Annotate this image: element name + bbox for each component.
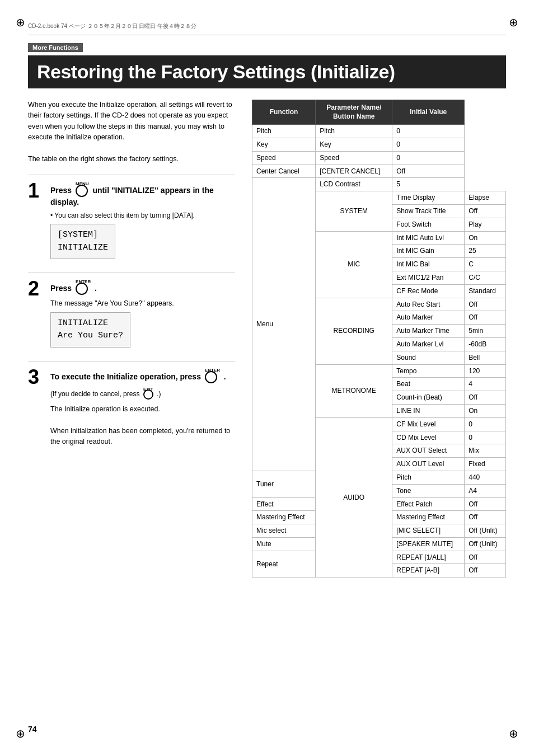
value-cell: Off xyxy=(465,391,506,405)
th-value: Initial Value xyxy=(392,100,465,125)
param-cell: Pitch xyxy=(316,125,392,138)
value-cell: Play xyxy=(465,218,506,231)
value-cell: 0 xyxy=(465,417,506,431)
value-cell: 0 xyxy=(392,151,465,165)
step-1-note: You can also select this item by turning… xyxy=(50,212,235,219)
th-param: Parameter Name/ Button Name xyxy=(316,100,392,125)
param-cell: Sound xyxy=(392,351,465,364)
left-column: When you execute the Initialize operatio… xyxy=(28,100,235,577)
param-cell: [CENTER CANCEL] xyxy=(316,165,392,178)
value-cell: 0 xyxy=(392,125,465,138)
category-cell: RECORDING xyxy=(316,298,392,364)
param-cell: Count-in (Beat) xyxy=(392,391,465,405)
function-cell: Mic select xyxy=(252,524,316,538)
value-cell: C xyxy=(465,258,506,271)
function-cell: Key xyxy=(252,138,316,151)
value-cell: On xyxy=(465,231,506,245)
function-cell: Effect xyxy=(252,497,316,511)
th-function: Function xyxy=(252,100,316,125)
category-cell: MIC xyxy=(316,231,392,298)
param-cell: CF Mix Level xyxy=(392,417,465,431)
param-cell: Speed xyxy=(316,151,392,165)
file-info: CD-2.e.book 74 ページ ２０５年２月２０日 日曜日 午後４時２８分 xyxy=(28,22,196,30)
param-cell: REPEAT [A-B] xyxy=(392,564,465,577)
param-cell: Key xyxy=(316,138,392,151)
param-cell: AUX OUT Select xyxy=(392,444,465,458)
param-cell: CD Mix Level xyxy=(392,431,465,444)
more-functions-badge: More Functions xyxy=(28,37,506,55)
param-cell: Effect Patch xyxy=(392,497,465,511)
param-cell: Auto Marker Lvl xyxy=(392,337,465,351)
function-cell: Mastering Effect xyxy=(252,511,316,524)
param-cell: REPEAT [1/ALL] xyxy=(392,551,465,564)
param-cell: Time Display xyxy=(392,191,465,205)
value-cell: Off xyxy=(465,497,506,511)
content-area: When you execute the Initialize operatio… xyxy=(28,100,506,577)
value-cell: 120 xyxy=(465,364,506,378)
param-cell: Auto Marker Time xyxy=(392,325,465,338)
param-cell: Int MIC Gain xyxy=(392,245,465,258)
exit-button-icon xyxy=(143,389,153,400)
param-cell: AUX OUT Level xyxy=(392,458,465,471)
value-cell: 5 xyxy=(392,178,465,191)
value-cell: Off xyxy=(465,204,506,218)
step-1: 1 Press MENU until "INITIALIZE" appears … xyxy=(28,175,235,264)
value-cell: 440 xyxy=(465,471,506,484)
value-cell: Off xyxy=(465,311,506,325)
value-cell: A4 xyxy=(465,484,506,497)
value-cell: -60dB xyxy=(465,337,506,351)
category-cell: SYSTEM xyxy=(316,191,392,231)
param-cell: Int MIC Auto Lvl xyxy=(392,231,465,245)
value-cell: Off xyxy=(392,165,465,178)
corner-bl-decoration: ⊕ xyxy=(16,727,25,740)
function-cell: Center Cancel xyxy=(252,165,316,178)
value-cell: C/C xyxy=(465,271,506,284)
function-cell: Pitch xyxy=(252,125,316,138)
function-cell: Speed xyxy=(252,151,316,165)
table-row: Center Cancel[CENTER CANCEL]Off xyxy=(252,165,506,178)
step-3-result: The Initialize operation is executed. Wh… xyxy=(50,404,235,448)
right-column: Function Parameter Name/ Button Name Ini… xyxy=(252,100,506,577)
param-cell: Show Track Title xyxy=(392,204,465,218)
param-cell: Mastering Effect xyxy=(392,511,465,524)
value-cell: 0 xyxy=(392,138,465,151)
param-cell: Int MIC Bal xyxy=(392,258,465,271)
settings-table: Function Parameter Name/ Button Name Ini… xyxy=(252,100,506,577)
param-cell: Tempo xyxy=(392,364,465,378)
table-row: PitchPitch0 xyxy=(252,125,506,138)
function-cell: Mute xyxy=(252,537,316,551)
step-1-lcd: [SYSTEM]INITIALIZE xyxy=(50,224,115,259)
value-cell: Bell xyxy=(465,351,506,364)
step-3: 3 To execute the Initialize operation, p… xyxy=(28,361,235,448)
function-cell: Menu xyxy=(252,178,316,471)
step-3-title: To execute the Initialize operation, pre… xyxy=(50,367,235,383)
category-cell: METRONOME xyxy=(316,364,392,417)
value-cell: 4 xyxy=(465,378,506,391)
param-cell: [SPEAKER MUTE] xyxy=(392,537,465,551)
corner-tr-decoration: ⊕ xyxy=(509,16,518,29)
value-cell: Fixed xyxy=(465,458,506,471)
param-cell: Auto Marker xyxy=(392,311,465,325)
step-2-title: Press ENTER . xyxy=(50,279,235,295)
page-title: Restoring the Factory Settings (Initiali… xyxy=(28,55,506,88)
value-cell: Off xyxy=(465,511,506,524)
value-cell: On xyxy=(465,404,506,417)
param-cell: Beat xyxy=(392,378,465,391)
value-cell: Off (Unlit) xyxy=(465,524,506,538)
function-cell: Tuner xyxy=(252,471,316,497)
param-cell: Ext MIC1/2 Pan xyxy=(392,271,465,284)
intro-text: When you execute the Initialize operatio… xyxy=(28,100,235,165)
enter-button-icon-2 xyxy=(76,283,88,295)
value-cell: Off xyxy=(465,564,506,577)
menu-button-icon xyxy=(76,185,88,197)
step-2: 2 Press ENTER . The message "Are You Sur… xyxy=(28,273,235,352)
value-cell: Off xyxy=(465,298,506,311)
param-cell: CF Rec Mode xyxy=(392,284,465,298)
param-cell: [MIC SELECT] xyxy=(392,524,465,538)
value-cell: Mix xyxy=(465,444,506,458)
header-bar: CD-2.e.book 74 ページ ２０５年２月２０日 日曜日 午後４時２８分 xyxy=(28,22,506,30)
function-cell: Repeat xyxy=(252,551,316,577)
value-cell: Standard xyxy=(465,284,506,298)
value-cell: 5min xyxy=(465,325,506,338)
value-cell: Off (Unlit) xyxy=(465,537,506,551)
